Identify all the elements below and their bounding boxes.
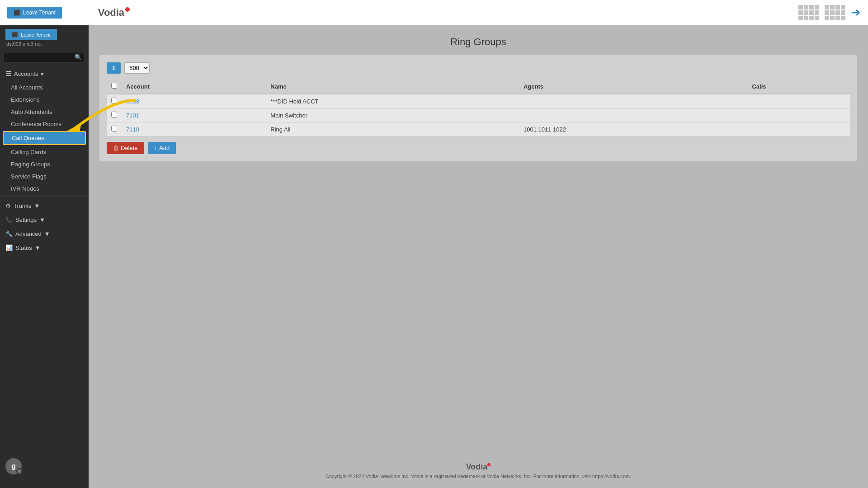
sidebar-section-settings[interactable]: 📞 Settings ▼ xyxy=(0,213,89,227)
table-header-row: Account Name Agents Calls xyxy=(107,79,850,94)
action-buttons: 🗑 Delete + Add xyxy=(107,142,850,154)
per-page-select[interactable]: 500 10 25 50 100 xyxy=(124,62,150,74)
checkbox-7110[interactable] xyxy=(111,126,117,131)
sidebar-item-call-queues[interactable]: Call Queues xyxy=(3,131,86,145)
col-agents: Agents xyxy=(519,79,747,94)
advanced-label: Advanced xyxy=(15,230,42,237)
sidebar-item-paging-groups[interactable]: Paging Groups xyxy=(0,158,89,170)
agents-7101 xyxy=(519,108,747,122)
settings-icon: 📞 xyxy=(5,216,13,223)
accounts-label: Accounts xyxy=(14,70,38,77)
account-link-7110[interactable]: 7110 xyxy=(122,122,266,136)
table-row: 7101 Main Switcher xyxy=(107,108,850,122)
leave-icon-sidebar: ⬛ xyxy=(12,32,18,38)
sidebar-item-conference-rooms[interactable]: Conference Rooms xyxy=(0,118,89,130)
name-0888: ***DID Hold ACCT xyxy=(266,94,519,108)
col-account: Account xyxy=(122,79,266,94)
trunks-arrow: ▼ xyxy=(34,202,40,209)
leave-tenant-sidebar-label: Leave Tenant xyxy=(21,32,51,38)
search-icon[interactable]: 🔍 xyxy=(75,54,82,61)
col-calls: Calls xyxy=(747,79,850,94)
logout-icon[interactable]: ➜ xyxy=(851,5,861,19)
calls-7101 xyxy=(747,108,850,122)
agents-7110: 1001 1011 1022 xyxy=(519,122,747,136)
search-box[interactable]: 🔍 xyxy=(4,52,85,62)
table-row: 7110 Ring All 1001 1011 1022 xyxy=(107,122,850,136)
trunks-label: Trunks xyxy=(14,202,31,209)
footer: Vodia Copyright © 2024 Vodia Networks In… xyxy=(89,453,868,488)
leave-tenant-button[interactable]: ⬛ Leave Tenant xyxy=(7,7,62,19)
grid-icon-1[interactable] xyxy=(798,5,819,20)
toolbar: 1 500 10 25 50 100 xyxy=(107,62,850,74)
sidebar-section-advanced[interactable]: 🔧 Advanced ▼ xyxy=(0,227,89,241)
table-row: 0888 ***DID Hold ACCT xyxy=(107,94,850,108)
tenant-name: dst003.onc3.net xyxy=(6,41,42,47)
page-title: Ring Groups xyxy=(89,36,868,48)
advanced-arrow: ▼ xyxy=(44,230,50,237)
sidebar-item-ivr-nodes[interactable]: IVR Nodes xyxy=(0,183,89,195)
sidebar-item-extensions[interactable]: Extensions xyxy=(0,94,89,106)
row-checkbox-7101[interactable] xyxy=(107,108,122,122)
name-7101: Main Switcher xyxy=(266,108,519,122)
row-checkbox-7110[interactable] xyxy=(107,122,122,136)
calls-7110 xyxy=(747,122,850,136)
leave-tenant-sidebar-button[interactable]: ⬛ Leave Tenant xyxy=(5,29,57,40)
calls-0888 xyxy=(747,94,850,108)
sidebar-item-service-flags[interactable]: Service Flags xyxy=(0,170,89,183)
checkbox-0888[interactable] xyxy=(111,98,117,103)
col-name: Name xyxy=(266,79,519,94)
name-7110: Ring All xyxy=(266,122,519,136)
avatar[interactable]: g 4 xyxy=(5,458,22,474)
agents-0888 xyxy=(519,94,747,108)
sidebar-section-status[interactable]: 📊 Status ▼ xyxy=(0,241,89,255)
plus-icon: + xyxy=(154,145,158,151)
checkbox-7101[interactable] xyxy=(111,112,117,117)
settings-arrow: ▼ xyxy=(39,216,45,223)
settings-label: Settings xyxy=(15,216,37,223)
grid-icon-2[interactable] xyxy=(825,5,845,20)
ring-groups-table: Account Name Agents Calls xyxy=(107,79,850,136)
row-checkbox-0888[interactable] xyxy=(107,94,122,108)
logo: Vodia xyxy=(98,7,130,19)
select-all-checkbox[interactable] xyxy=(111,83,117,89)
search-input[interactable] xyxy=(7,54,75,61)
status-label: Status xyxy=(15,244,32,251)
account-link-0888[interactable]: 0888 xyxy=(122,94,266,108)
status-icon: 📊 xyxy=(5,244,13,251)
sidebar-section-accounts[interactable]: ☰ Accounts ▾ xyxy=(0,66,89,81)
accounts-arrow: ▾ xyxy=(41,70,44,77)
sidebar-item-auto-attendants[interactable]: Auto Attendants xyxy=(0,106,89,118)
page-1-button[interactable]: 1 xyxy=(107,62,121,74)
main-content: Ring Groups 1 500 10 25 50 100 xyxy=(89,25,868,488)
account-link-7101[interactable]: 7101 xyxy=(122,108,266,122)
trunks-icon: ⚙ xyxy=(5,202,11,209)
status-arrow: ▼ xyxy=(35,244,41,251)
sidebar-item-calling-cards[interactable]: Calling Cards xyxy=(0,146,89,158)
advanced-icon: 🔧 xyxy=(5,230,13,237)
accounts-nav-icon: ☰ xyxy=(5,70,11,78)
logo-text: Vodia xyxy=(98,7,130,19)
sidebar: ⬛ Leave Tenant dst003.onc3.net 🔍 ☰ Accou… xyxy=(0,25,89,488)
avatar-badge: 4 xyxy=(16,468,23,474)
avatar-letter: g xyxy=(11,462,16,470)
footer-copyright: Copyright © 2024 Vodia Networks Inc. Vod… xyxy=(98,474,859,479)
sidebar-item-all-accounts[interactable]: All Accounts xyxy=(0,81,89,94)
content-area: 1 500 10 25 50 100 xyxy=(99,55,857,161)
col-checkbox[interactable] xyxy=(107,79,122,94)
delete-button[interactable]: 🗑 Delete xyxy=(107,142,144,154)
footer-logo: Vodia xyxy=(98,462,859,472)
leave-icon: ⬛ xyxy=(14,9,20,16)
leave-tenant-label: Leave Tenant xyxy=(23,9,56,16)
trash-icon: 🗑 xyxy=(113,145,119,151)
add-button[interactable]: + Add xyxy=(148,142,176,154)
sidebar-section-trunks[interactable]: ⚙ Trunks ▼ xyxy=(0,199,89,213)
